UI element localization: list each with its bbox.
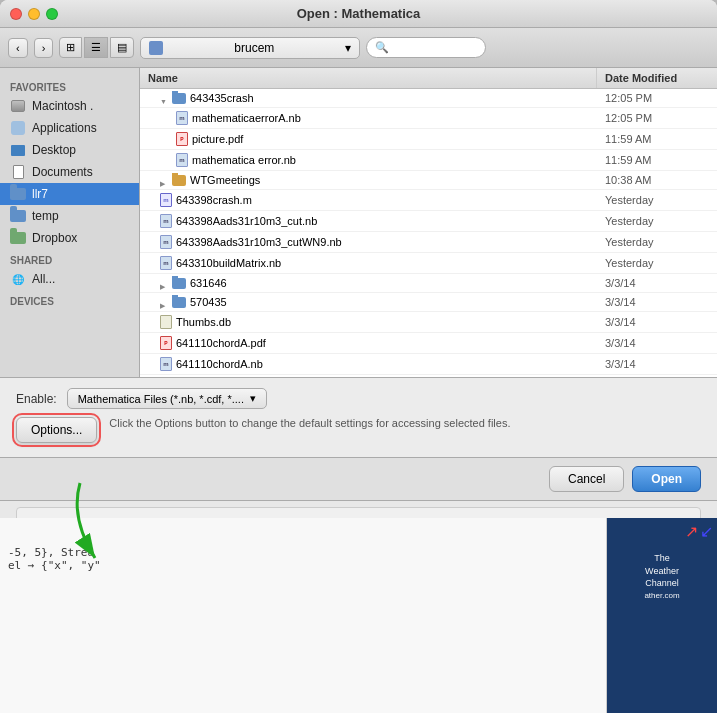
location-label: brucem — [234, 41, 274, 55]
file-name-cell: m 643398crash.m — [140, 192, 597, 208]
file-name-cell: m 643310buildMatrix.nb — [140, 255, 597, 271]
favorites-label: FAVORITES — [0, 76, 139, 95]
folder-icon — [172, 297, 186, 308]
enable-value: Mathematica Files (*.nb, *.cdf, *.... — [78, 393, 244, 405]
file-name: Thumbs.db — [176, 316, 231, 328]
table-row[interactable]: m 643398crash.m Yesterday — [140, 190, 717, 211]
weather-red-arrow: ↗ — [685, 522, 698, 541]
forward-button[interactable]: › — [34, 38, 54, 58]
sidebar-item-macintosh[interactable]: Macintosh . — [0, 95, 139, 117]
sidebar-item-all[interactable]: 🌐 All... — [0, 268, 139, 290]
forward-icon: › — [42, 42, 46, 54]
file-date: 11:59 AM — [597, 153, 717, 167]
file-date: Yesterday — [597, 193, 717, 207]
sidebar-item-applications[interactable]: Applications — [0, 117, 139, 139]
sidebar-item-documents[interactable]: Documents — [0, 161, 139, 183]
table-row[interactable]: 643435crash 12:05 PM — [140, 89, 717, 108]
nb-icon: m — [160, 235, 172, 249]
table-row[interactable]: m mathematicaerrorA.nb 12:05 PM — [140, 108, 717, 129]
background-content: -5, 5}, Strea el → {"x", "y" ↗ ↙ The Wea… — [0, 518, 717, 713]
toolbar: ‹ › ⊞ ☰ ▤ brucem ▾ 🔍 — [0, 28, 717, 68]
view-toggle: ⊞ ☰ ▤ — [59, 37, 134, 58]
shared-label: SHARED — [0, 249, 139, 268]
table-row[interactable]: 631646 3/3/14 — [140, 274, 717, 293]
file-name-cell: m 641110chordA.nb — [140, 356, 597, 372]
list-view-button[interactable]: ☰ — [84, 37, 108, 58]
sidebar-item-llr7[interactable]: llr7 — [0, 183, 139, 205]
code-line1: -5, 5}, Strea — [8, 546, 598, 559]
table-row[interactable]: WTGmeetings 10:38 AM — [140, 171, 717, 190]
col-date-header: Date Modified — [597, 68, 717, 88]
column-view-button[interactable]: ▤ — [110, 37, 134, 58]
file-name-cell: P picture.pdf — [140, 131, 597, 147]
minimize-button[interactable] — [28, 8, 40, 20]
table-row[interactable]: P picture.pdf 11:59 AM — [140, 129, 717, 150]
nb-icon: m — [160, 357, 172, 371]
table-row[interactable]: m mathematica error.nb 11:59 AM — [140, 150, 717, 171]
db-icon — [160, 315, 172, 329]
file-name-cell: WTGmeetings — [140, 173, 597, 187]
file-date: 3/3/14 — [597, 315, 717, 329]
table-row[interactable]: P 641110chordA.pdf 3/3/14 — [140, 333, 717, 354]
options-hint-row: Options... Click the Options button to c… — [16, 417, 701, 443]
file-list: Name Date Modified 643435crash 12:05 PM … — [140, 68, 717, 377]
icon-view-button[interactable]: ⊞ — [59, 37, 82, 58]
file-name-cell: m mathematicaerrorA.nb — [140, 110, 597, 126]
content-area: FAVORITES Macintosh . Applications Deskt… — [0, 68, 717, 378]
nb-icon: m — [160, 256, 172, 270]
m-icon: m — [160, 193, 172, 207]
folder-icon — [172, 175, 186, 186]
temp-folder-icon — [10, 208, 26, 224]
weather-text1: The — [611, 552, 713, 565]
file-date: Yesterday — [597, 214, 717, 228]
file-name: 643310buildMatrix.nb — [176, 257, 281, 269]
folder-icon — [149, 41, 163, 55]
maximize-button[interactable] — [46, 8, 58, 20]
location-dropdown[interactable]: brucem ▾ — [140, 37, 360, 59]
table-row[interactable]: m 641313demo.nb 3/3/14 — [140, 375, 717, 377]
pdf-icon: P — [160, 336, 172, 350]
list-view-icon: ☰ — [91, 41, 101, 53]
table-row[interactable]: m 641110chordA.nb 3/3/14 — [140, 354, 717, 375]
sidebar-temp-label: temp — [32, 209, 59, 223]
code-line2: el → {"x", "y" — [8, 559, 598, 572]
nb-icon: m — [176, 111, 188, 125]
options-button[interactable]: Options... — [16, 417, 97, 443]
expand-icon — [160, 279, 168, 287]
open-button[interactable]: Open — [632, 466, 701, 492]
file-name: 641110chordA.pdf — [176, 337, 266, 349]
enable-label: Enable: — [16, 392, 57, 406]
file-date: 3/3/14 — [597, 295, 717, 309]
enable-dropdown[interactable]: Mathematica Files (*.nb, *.cdf, *.... ▾ — [67, 388, 267, 409]
table-row[interactable]: Thumbs.db 3/3/14 — [140, 312, 717, 333]
pdf-icon: P — [176, 132, 188, 146]
weather-text2: Weather — [611, 565, 713, 578]
sidebar-item-temp[interactable]: temp — [0, 205, 139, 227]
close-button[interactable] — [10, 8, 22, 20]
enable-dropdown-arrow-icon: ▾ — [250, 392, 256, 405]
sidebar-item-desktop[interactable]: Desktop — [0, 139, 139, 161]
file-name: WTGmeetings — [190, 174, 260, 186]
file-list-header: Name Date Modified — [140, 68, 717, 89]
file-date: Yesterday — [597, 235, 717, 249]
file-date: 11:59 AM — [597, 132, 717, 146]
cancel-button[interactable]: Cancel — [549, 466, 624, 492]
expand-icon — [160, 176, 168, 184]
sidebar-item-dropbox[interactable]: Dropbox — [0, 227, 139, 249]
all-icon: 🌐 — [10, 271, 26, 287]
table-row[interactable]: m 643398Aads31r10m3_cut.nb Yesterday — [140, 211, 717, 232]
icon-view-icon: ⊞ — [66, 41, 75, 53]
back-button[interactable]: ‹ — [8, 38, 28, 58]
file-name: 643398crash.m — [176, 194, 252, 206]
file-date: 12:05 PM — [597, 111, 717, 125]
table-row[interactable]: m 643310buildMatrix.nb Yesterday — [140, 253, 717, 274]
table-row[interactable]: 570435 3/3/14 — [140, 293, 717, 312]
sidebar-documents-label: Documents — [32, 165, 93, 179]
weather-blue-arrow: ↙ — [700, 522, 713, 541]
table-row[interactable]: m 643398Aads31r10m3_cutWN9.nb Yesterday — [140, 232, 717, 253]
sidebar-llr7-label: llr7 — [32, 187, 48, 201]
search-box[interactable]: 🔍 — [366, 37, 486, 58]
weather-text3: Channel — [611, 577, 713, 590]
dropbox-folder-icon — [10, 230, 26, 246]
folder-icon — [172, 93, 186, 104]
